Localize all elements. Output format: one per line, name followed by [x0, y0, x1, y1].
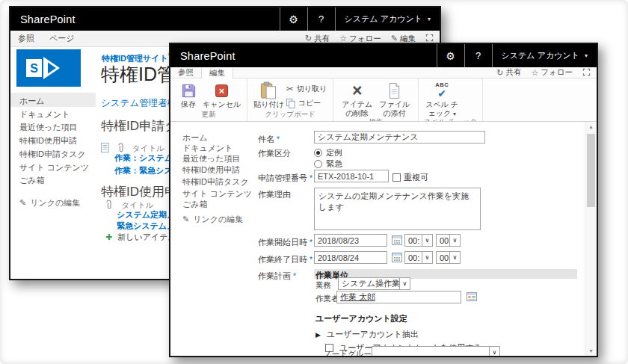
select-arrow-icon: ∨ — [449, 252, 460, 263]
cancel-button[interactable]: × キャンセル — [203, 81, 241, 109]
help-button[interactable]: ? — [464, 44, 492, 67]
address-book-icon[interactable] — [467, 292, 477, 303]
sidebar-item-id-request-task[interactable]: 特権ID申請タスク — [182, 176, 249, 188]
sidebar-item-site-contents[interactable]: サイト コンテンツ — [182, 188, 252, 200]
worker-people-picker[interactable]: 作業 太郎 — [336, 291, 461, 303]
ribbon-group-clipboard: 貼り付け ✂ 切り取り コピー クリップボード — [247, 78, 333, 121]
star-icon: ☆ — [531, 68, 538, 78]
required-mark: * — [310, 174, 313, 182]
delete-x-icon: × — [352, 82, 362, 99]
share-button[interactable]: ↻共有 — [496, 67, 521, 78]
ribbon-group-actions: × アイテムの削除 ファイルの添付 操作 — [333, 78, 419, 121]
paperclip-icon — [105, 200, 112, 209]
site-logo[interactable]: S — [16, 49, 81, 90]
task-row-link[interactable]: 作業：緊急シス — [114, 165, 173, 176]
save-button[interactable]: 保存 — [176, 81, 200, 109]
suite-bar: SharePoint ⚙ ? システム アカウント ▾ — [170, 44, 597, 67]
attach-file-icon — [388, 81, 401, 100]
account-menu[interactable]: システム アカウント ▾ — [492, 44, 597, 67]
start-date-input[interactable]: 2018/08/23 — [314, 234, 387, 247]
edit-links-button[interactable]: ✎ リンクの編集 — [19, 197, 80, 209]
caret-down-icon: ▾ — [585, 52, 588, 59]
clipboard-icon — [260, 81, 277, 100]
sidebar-item-documents[interactable]: ドキュメント — [182, 143, 233, 154]
tab-edit[interactable]: 編集 — [201, 68, 233, 78]
help-button[interactable]: ? — [307, 7, 335, 31]
scrollbar-thumb[interactable] — [587, 134, 595, 207]
plus-icon: ✚ — [105, 232, 112, 241]
focus-mode-button[interactable] — [582, 68, 591, 78]
checkbox-unchecked-icon — [392, 173, 401, 182]
end-hour-select[interactable]: 00:∨ — [404, 251, 433, 264]
radio-option-regular[interactable]: 定例 — [314, 147, 342, 158]
cut-button[interactable]: ✂ 切り取り — [286, 84, 327, 94]
save-floppy-icon — [181, 81, 197, 100]
sidebar-item-documents[interactable]: ドキュメント — [19, 109, 70, 120]
tab-browse[interactable]: 参照 — [170, 67, 201, 78]
sidebar-item-site-contents[interactable]: サイト コンテンツ — [19, 162, 89, 173]
spell-check-icon: ABC ✔ — [435, 81, 449, 100]
sidebar-item-home[interactable]: ホーム — [182, 132, 208, 144]
calendar-icon[interactable] — [392, 253, 402, 264]
gear-icon: ⚙ — [289, 13, 298, 25]
sidebar-item-recent[interactable]: 最近使った項目 — [19, 122, 78, 133]
attach-file-button[interactable]: ファイルの添付 — [377, 81, 412, 117]
node-group-select[interactable]: ∨ — [372, 346, 500, 356]
required-mark: * — [310, 256, 313, 264]
sidebar-item-recent[interactable]: 最近使った項目 — [182, 153, 241, 164]
field-label-end: 作業終了日時* — [258, 254, 313, 265]
document-icon — [101, 143, 109, 152]
settings-button[interactable]: ⚙ — [280, 7, 307, 31]
task-type-select[interactable]: システム操作業務∨ — [338, 277, 410, 290]
sidebar-item-recycle-bin[interactable]: ごみ箱 — [19, 175, 45, 186]
pencil-icon: ✎ — [19, 198, 26, 208]
edit-links-button[interactable]: ✎ リンクの編集 — [182, 214, 243, 225]
field-label-category: 作業区分 — [258, 148, 291, 159]
tab-page[interactable]: ページ — [42, 31, 82, 46]
spell-check-button[interactable]: ABC ✔ スペル チェック ▾ — [425, 81, 459, 117]
subject-input[interactable]: システム定期メンテナンス — [314, 131, 485, 144]
tab-browse[interactable]: 参照 — [10, 31, 42, 46]
screenshot-canvas: SharePoint ⚙ ? システム アカウント ▾ 参照 ページ ↻共有 ☆… — [0, 0, 628, 364]
paste-button[interactable]: 貼り付け — [253, 81, 283, 109]
copy-button[interactable]: コピー — [286, 98, 327, 108]
start-hour-select[interactable]: 00:∨ — [404, 234, 433, 247]
account-settings-heading: ユーザーアカウント設定 — [315, 313, 407, 324]
scroll-down-icon[interactable]: ▼ — [585, 348, 597, 354]
ribbon-group-spelling: ABC ✔ スペル チェック ▾ スペル チェック — [419, 78, 483, 121]
duplicate-allowed-checkbox[interactable]: 重複可 — [392, 172, 428, 183]
sidebar-item-home[interactable]: ホーム — [19, 96, 45, 107]
share-icon: ↻ — [496, 68, 503, 78]
delete-item-button[interactable]: × アイテムの削除 — [339, 81, 375, 117]
tasks-column-title[interactable]: タイトル — [132, 144, 164, 152]
task-type-label: 業務 — [315, 280, 331, 291]
end-date-input[interactable]: 2018/08/24 — [314, 251, 387, 264]
select-arrow-icon: ∨ — [399, 278, 410, 289]
select-arrow-icon: ∨ — [449, 235, 460, 246]
start-minute-select[interactable]: 00∨ — [436, 234, 461, 247]
front-window: SharePoint ⚙ ? システム アカウント ▾ 参照 編集 ↻共有 ☆フ… — [169, 43, 598, 357]
vertical-scrollbar[interactable]: ▲ ▼ — [585, 122, 597, 356]
field-label-start: 作業開始日時* — [258, 237, 313, 248]
follow-button[interactable]: ☆フォロー — [531, 67, 573, 78]
radio-option-urgent[interactable]: 緊急 — [314, 158, 342, 170]
reason-textarea[interactable]: システムの定期メンテナンス作業を実施します — [314, 188, 481, 230]
radio-unselected-icon — [314, 160, 322, 168]
gear-icon: ⚙ — [446, 50, 455, 62]
svg-text:S: S — [30, 62, 38, 75]
sidebar-item-recycle-bin[interactable]: ごみ箱 — [182, 199, 208, 210]
requests-column-title[interactable]: タイトル — [121, 200, 153, 209]
sidebar-item-id-request-task[interactable]: 特権ID申請タスク — [19, 149, 86, 160]
sidebar-item-id-use-request[interactable]: 特権ID使用申請 — [182, 164, 240, 176]
sidebar-item-id-use-request[interactable]: 特権ID使用申請 — [19, 135, 77, 146]
end-minute-select[interactable]: 00∨ — [436, 251, 461, 264]
scroll-up-icon[interactable]: ▲ — [585, 124, 597, 129]
calendar-icon[interactable] — [392, 235, 402, 247]
pencil-icon: ✎ — [182, 215, 189, 224]
account-extract-expander[interactable]: ▶ ユーザーアカウント抽出 — [315, 329, 419, 340]
reqno-input[interactable]: ETX-2018-10-1 — [314, 170, 389, 182]
account-menu[interactable]: システム アカウント ▾ — [335, 7, 440, 31]
settings-button[interactable]: ⚙ — [437, 44, 464, 67]
scissors-icon: ✂ — [286, 84, 294, 94]
field-label-plan: 作業計画* — [258, 271, 296, 282]
